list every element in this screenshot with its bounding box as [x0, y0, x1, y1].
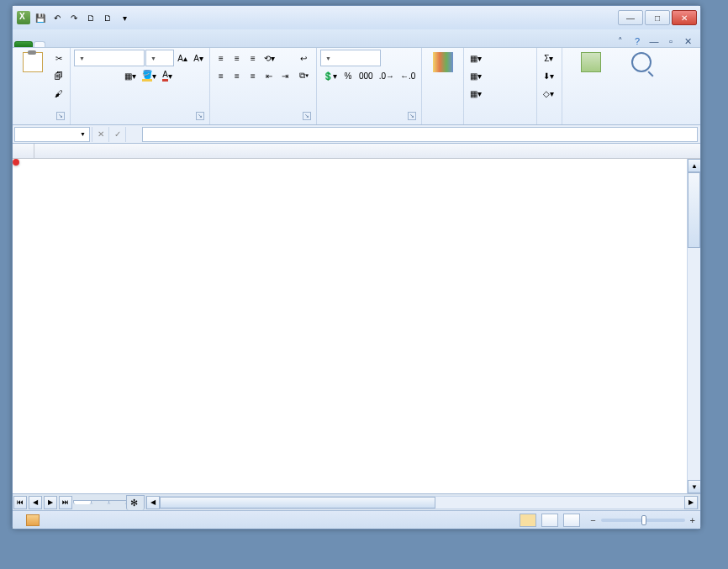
number-dialog-icon[interactable]: ↘	[408, 112, 416, 120]
view-page-layout-button[interactable]	[541, 514, 558, 527]
indent-dec-button[interactable]: ⇤	[261, 67, 277, 84]
styles-button[interactable]	[426, 50, 460, 76]
scroll-down-icon[interactable]: ▼	[688, 480, 700, 493]
bold-button[interactable]	[74, 67, 89, 84]
insert-cells-button[interactable]: ▦ ▾	[467, 50, 533, 66]
tab-developer[interactable]	[122, 41, 134, 47]
tab-foxit[interactable]	[147, 41, 159, 47]
maximize-button[interactable]: □	[645, 10, 670, 25]
sheet-first-button[interactable]: ⏮	[13, 496, 27, 509]
qat-redo-icon[interactable]: ↷	[66, 10, 82, 25]
view-page-break-button[interactable]	[563, 514, 580, 527]
percent-button[interactable]: %	[340, 67, 356, 84]
tab-addins[interactable]	[135, 41, 146, 47]
font-size-combo[interactable]: ▼	[145, 50, 174, 66]
alignment-dialog-icon[interactable]: ↘	[303, 112, 311, 120]
view-normal-button[interactable]	[520, 514, 536, 527]
font-dialog-icon[interactable]: ↘	[196, 112, 204, 120]
help-icon[interactable]: ?	[631, 35, 643, 47]
qat-custom2-icon[interactable]: 🗋	[100, 10, 115, 25]
tab-layout[interactable]	[59, 41, 71, 47]
name-box[interactable]: ▼	[14, 127, 90, 142]
tab-formulas[interactable]	[71, 41, 83, 47]
hscroll-right-icon[interactable]: ▶	[684, 496, 698, 509]
align-top-button[interactable]: ≡	[214, 50, 229, 66]
currency-button[interactable]: 💲▾	[320, 67, 340, 84]
clear-button[interactable]: ◇▾	[541, 85, 557, 102]
delete-cells-button[interactable]: ▦ ▾	[467, 67, 533, 84]
sheet-tab-active[interactable]	[73, 500, 92, 504]
sheet-prev-button[interactable]: ◀	[29, 496, 42, 509]
wrap-text-button[interactable]: ↩	[294, 50, 313, 66]
hscroll-thumb[interactable]	[160, 497, 435, 508]
qat-custom1-icon[interactable]: 🗋	[83, 10, 98, 25]
sheet-tab-2[interactable]	[91, 500, 109, 504]
vertical-scrollbar[interactable]: ▲ ▼	[687, 159, 700, 493]
macro-record-icon[interactable]	[26, 514, 40, 526]
copy-button[interactable]: 🗐	[51, 67, 66, 84]
fx-icon[interactable]	[125, 127, 142, 142]
align-bottom-button[interactable]: ≡	[245, 50, 261, 66]
sort-filter-button[interactable]	[566, 50, 616, 76]
sheet-last-button[interactable]: ⏭	[59, 496, 72, 509]
excel-icon[interactable]	[16, 10, 31, 25]
zoom-out-button[interactable]: −	[590, 515, 595, 525]
tab-insert[interactable]	[46, 41, 58, 47]
tab-file[interactable]	[14, 41, 33, 47]
grid-body[interactable]: ▲ ▼	[13, 159, 700, 493]
clipboard-dialog-icon[interactable]: ↘	[56, 112, 65, 120]
dec-decimal-button[interactable]: ←.0	[398, 67, 418, 84]
indent-inc-button[interactable]: ⇥	[277, 67, 293, 84]
mdi-min-icon[interactable]: —	[648, 35, 660, 47]
vscroll-thumb[interactable]	[688, 172, 700, 248]
qat-dropdown-icon[interactable]: ▾	[117, 10, 132, 25]
tab-abbyy[interactable]	[160, 41, 171, 47]
sheet-next-button[interactable]: ▶	[44, 496, 57, 509]
horizontal-scrollbar[interactable]: ◀ ▶	[145, 496, 699, 509]
grow-font-button[interactable]: A▴	[175, 50, 190, 66]
close-button[interactable]: ✕	[672, 10, 697, 25]
align-right-button[interactable]: ≡	[245, 67, 261, 84]
orient-button[interactable]: ⟲▾	[261, 50, 277, 66]
border-button[interactable]: ▦▾	[122, 67, 139, 84]
fill-color-button[interactable]: 🪣▾	[140, 67, 159, 84]
merge-button[interactable]: ⧉▾	[294, 67, 313, 84]
cancel-formula-icon[interactable]: ✕	[92, 127, 108, 142]
qat-undo-icon[interactable]: ↶	[50, 10, 65, 25]
formula-input[interactable]	[142, 127, 698, 142]
zoom-thumb[interactable]	[641, 515, 646, 525]
inc-decimal-button[interactable]: .0→	[377, 67, 397, 84]
format-painter-button[interactable]: 🖌	[51, 85, 66, 102]
zoom-slider[interactable]	[601, 519, 685, 522]
format-cells-button[interactable]: ▦ ▾	[467, 85, 533, 102]
find-select-button[interactable]	[618, 50, 665, 76]
font-name-combo[interactable]: ▼	[74, 50, 145, 66]
zoom-in-button[interactable]: +	[690, 515, 695, 525]
tab-view[interactable]	[109, 41, 121, 47]
align-middle-button[interactable]: ≡	[229, 50, 245, 66]
select-all-corner[interactable]	[13, 144, 34, 158]
underline-button[interactable]	[106, 67, 121, 84]
autosum-button[interactable]: Σ▾	[541, 50, 557, 66]
minimize-button[interactable]: —	[618, 10, 643, 25]
fill-button[interactable]: ⬇▾	[541, 67, 557, 84]
tab-review[interactable]	[97, 41, 108, 47]
scroll-up-icon[interactable]: ▲	[688, 159, 700, 172]
hscroll-left-icon[interactable]: ◀	[146, 496, 160, 509]
mdi-restore-icon[interactable]: ▫	[665, 35, 677, 47]
new-sheet-button[interactable]: ✻	[126, 495, 145, 510]
paste-button[interactable]	[16, 50, 50, 76]
font-color-button[interactable]: A▾	[160, 67, 175, 84]
shrink-font-button[interactable]: A▾	[191, 50, 206, 66]
qat-save-icon[interactable]: 💾	[33, 10, 48, 25]
comma-button[interactable]: 000	[356, 67, 376, 84]
italic-button[interactable]	[90, 67, 105, 84]
align-center-button[interactable]: ≡	[229, 67, 245, 84]
ribbon-minimize-icon[interactable]: ˄	[615, 35, 626, 47]
align-left-button[interactable]: ≡	[214, 67, 229, 84]
tab-data[interactable]	[84, 41, 96, 47]
number-format-combo[interactable]: ▼	[320, 50, 381, 66]
tab-home[interactable]	[34, 41, 45, 47]
cut-button[interactable]: ✂	[51, 50, 66, 66]
enter-formula-icon[interactable]: ✓	[108, 127, 125, 142]
